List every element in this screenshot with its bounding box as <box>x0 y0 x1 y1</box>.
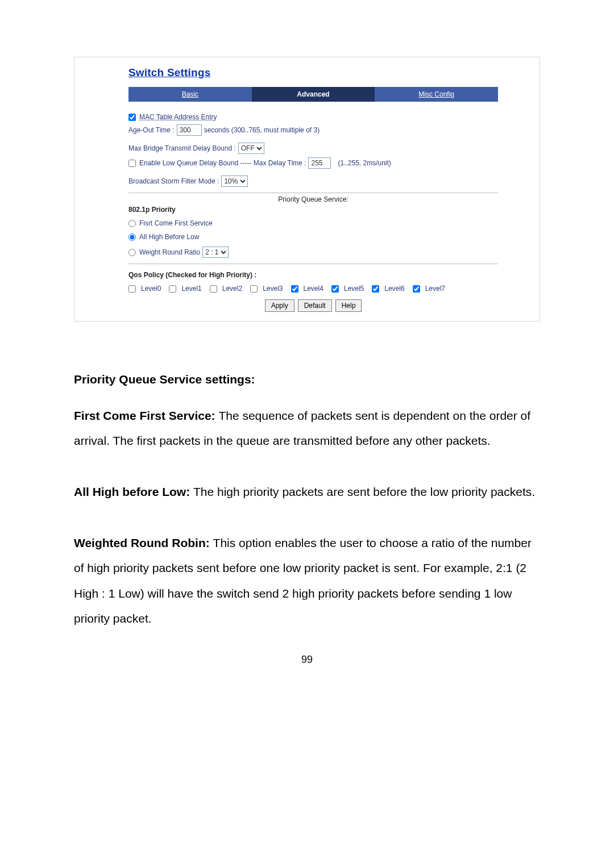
apply-button[interactable]: Apply <box>265 299 294 312</box>
settings-panel: Switch Settings Basic Advanced Misc Conf… <box>74 57 540 322</box>
divider <box>128 193 498 193</box>
level6-label: Level6 <box>384 285 404 293</box>
doc-wrr-term: Weighted Round Robin: <box>74 536 213 549</box>
level1-checkbox[interactable] <box>169 285 176 293</box>
help-button[interactable]: Help <box>335 299 362 312</box>
radio-wrr-label: Weight Round Ratio <box>139 248 200 256</box>
panel-title: Switch Settings <box>128 66 522 79</box>
radio-all-high-label: All High Before Low <box>139 233 199 241</box>
divider-2 <box>128 264 498 264</box>
level4-label: Level4 <box>304 285 323 293</box>
p8021p-heading: 802.1p Priority <box>128 206 498 214</box>
level7-label: Level7 <box>425 285 445 293</box>
default-button[interactable]: Default <box>298 299 332 312</box>
doc-allhigh-text: The high priority packets are sent befor… <box>193 485 535 498</box>
radio-first-come-label: Fisrt Come First Service <box>139 219 213 227</box>
ageout-hint: seconds (300..765, must multiple of 3) <box>204 126 320 134</box>
storm-select[interactable]: 10% <box>221 176 248 187</box>
level3-label: Level3 <box>263 285 283 293</box>
storm-label: Broadcast Storm Filter Mode : <box>128 177 219 185</box>
level1-label: Level1 <box>181 285 201 293</box>
wrr-ratio-select[interactable]: 2 : 1 <box>202 247 229 258</box>
doc-wrr-text: This option enables the user to choose a… <box>74 536 532 624</box>
level0-label: Level0 <box>141 285 161 293</box>
lowq-label: Enable Low Queue Delay Bound ----- Max D… <box>139 159 306 167</box>
level4-checkbox[interactable] <box>291 285 298 293</box>
level2-label: Level2 <box>222 285 242 293</box>
level6-checkbox[interactable] <box>372 285 379 293</box>
bridge-select[interactable]: OFF <box>238 143 264 154</box>
qos-levels: Level0 Level1 Level2 Level3 Level4 Level… <box>128 285 498 293</box>
lowq-input[interactable] <box>308 157 331 169</box>
mac-entry-checkbox[interactable] <box>128 114 136 121</box>
level5-checkbox[interactable] <box>331 285 339 293</box>
doc-body: Priority Queue Service settings: First C… <box>74 367 540 631</box>
level5-label: Level5 <box>344 285 364 293</box>
mac-entry-label: MAC Table Address Entry <box>139 113 217 121</box>
doc-fcfs-term: First Come First Service: <box>74 409 218 422</box>
pqs-heading: Priority Queue Service: <box>128 195 498 203</box>
level3-checkbox[interactable] <box>250 285 258 293</box>
level0-checkbox[interactable] <box>128 285 136 293</box>
qos-heading: Qos Policy (Checked for High Priority) : <box>128 271 498 279</box>
bridge-label: Max Bridge Transmit Delay Bound : <box>128 144 236 152</box>
lowq-checkbox[interactable] <box>128 160 136 167</box>
doc-allhigh-term: All High before Low: <box>74 485 193 498</box>
tab-bar: Basic Advanced Misc Config <box>128 87 498 102</box>
radio-first-come[interactable] <box>128 220 136 227</box>
tab-basic[interactable]: Basic <box>128 87 252 102</box>
level2-checkbox[interactable] <box>210 285 217 293</box>
level7-checkbox[interactable] <box>413 285 420 293</box>
tab-advanced[interactable]: Advanced <box>252 87 375 102</box>
ageout-input[interactable] <box>177 124 202 136</box>
page-number: 99 <box>74 654 540 666</box>
ageout-label: Age-Out Time : <box>128 126 175 134</box>
tab-misc[interactable]: Misc Config <box>375 87 498 102</box>
lowq-hint: (1..255, 2ms/unit) <box>338 159 391 167</box>
radio-wrr[interactable] <box>128 249 136 256</box>
doc-heading: Priority Queue Service settings: <box>74 373 255 386</box>
radio-all-high[interactable] <box>128 233 136 241</box>
